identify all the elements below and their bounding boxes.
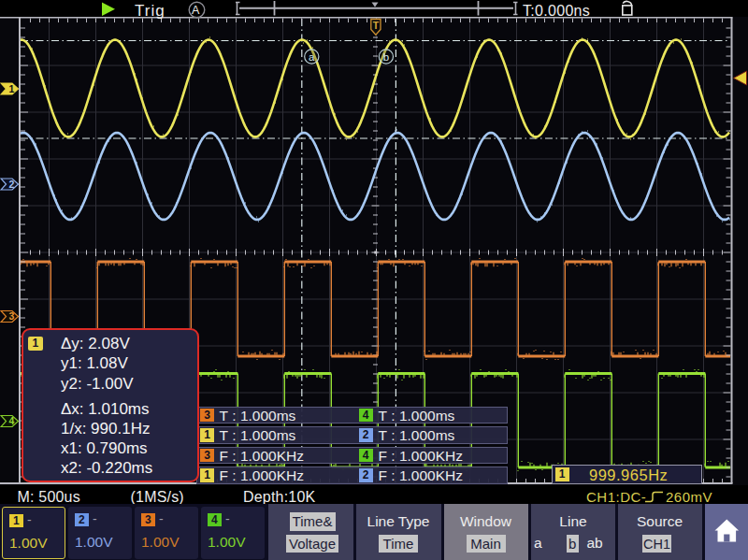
svg-text:2: 2 (8, 179, 14, 190)
svg-text:1: 1 (8, 83, 14, 94)
svg-text:b: b (383, 51, 389, 63)
svg-text:a: a (309, 51, 315, 63)
svg-text:T: T (373, 20, 380, 31)
svg-text:4: 4 (8, 415, 14, 426)
svg-text:3: 3 (8, 310, 14, 322)
